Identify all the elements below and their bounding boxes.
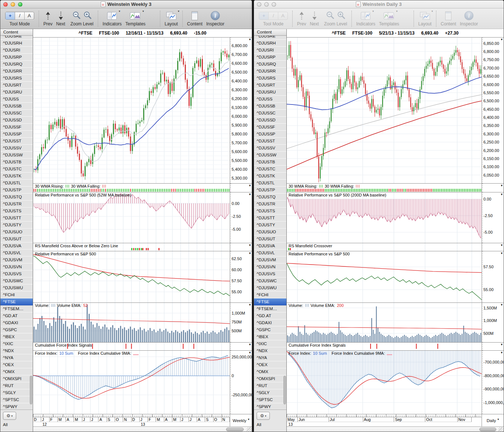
layout-button[interactable]: ▾ Layout — [418, 11, 432, 26]
price-chart-plot[interactable] — [287, 38, 482, 183]
sidebar-item[interactable]: ^DJUSSB — [0, 103, 33, 110]
indicators-button[interactable]: ▾ Indicators — [103, 11, 122, 26]
sidebar-item[interactable]: ^IBEX — [0, 333, 33, 340]
sidebar-item[interactable]: ^NYA — [254, 354, 286, 361]
sidebar-item[interactable]: ^NYA — [0, 354, 33, 361]
crosshair-tool-button[interactable]: + — [259, 12, 269, 20]
sidebar-item[interactable]: ^SGLY — [254, 389, 286, 396]
panel-menu-button[interactable]: ▾ — [501, 343, 503, 346]
templates-button[interactable]: ▾ Templates — [379, 11, 399, 26]
close-button[interactable] — [3, 2, 8, 7]
relative-performance-plot[interactable]: Relative Performance vs S&P 500 (52W MA … — [33, 192, 230, 243]
sidebar-item[interactable]: ^DJUSSD — [254, 117, 286, 124]
sidebar-item[interactable]: ^DJUSTR — [0, 201, 33, 208]
sidebar-item[interactable]: ^DJUSVM — [0, 256, 33, 263]
content-button[interactable]: Content — [441, 11, 456, 26]
panel-menu-button[interactable]: ▾ — [249, 303, 251, 307]
panel-menu-button[interactable]: ▾ — [249, 38, 251, 41]
titlebar[interactable]: Weinstein Weekly 3 — [0, 0, 252, 8]
line-tool-button[interactable]: / — [269, 12, 278, 20]
resize-grip[interactable] — [247, 427, 251, 432]
sidebar-item[interactable]: ^DJUSTQ — [0, 194, 33, 201]
sidebar-item[interactable]: ^DJUSWU — [0, 284, 33, 291]
force-index-plot[interactable]: Force Index:10 SumForce Index Cumulative… — [33, 351, 230, 414]
sidebar-item[interactable]: ^SPTSC — [254, 396, 286, 403]
sidebar-item[interactable]: ^DJUSRS — [254, 75, 286, 82]
force-index-plot[interactable]: Force Index:10 SumForce Index Cumulative… — [287, 351, 482, 414]
sidebar-item[interactable]: ^SPWY — [254, 403, 286, 410]
resize-grip[interactable] — [498, 427, 503, 432]
sidebar-item[interactable]: ^GDAXI — [0, 319, 33, 326]
sidebar-item[interactable]: ^DJUSTQ — [254, 194, 286, 201]
sidebar-scrollbar-thumb[interactable] — [30, 376, 32, 404]
panel-menu-button[interactable]: ▾ — [249, 351, 251, 354]
sidebar-item[interactable]: ^DJUSVS — [0, 270, 33, 277]
sidebar-item[interactable]: ^DJUSVN — [254, 263, 286, 270]
scrollbar-thumb[interactable] — [226, 428, 244, 431]
sidebar-item[interactable]: ^DJUSS — [0, 96, 33, 103]
sidebar-item[interactable]: ^DJUSRT — [0, 82, 33, 89]
timeframe-select[interactable]: Daily▾ — [482, 414, 504, 426]
sidebar-item[interactable]: ^DJUSRH — [0, 40, 33, 47]
sidebar-item[interactable]: ^DJUSUO — [0, 229, 33, 236]
sidebar-item[interactable]: ^DJUSRU — [254, 89, 286, 96]
inspector-button[interactable]: i Inspector — [460, 11, 478, 26]
sidebar-item[interactable]: ^DJUSS — [254, 96, 286, 103]
sidebar-item[interactable]: ^DJUSTS — [0, 208, 33, 215]
text-tool-button[interactable]: A — [25, 12, 34, 20]
sidebar-item[interactable]: ^DJUSSF — [254, 124, 286, 131]
sidebar-item[interactable]: ^OMX — [254, 368, 286, 375]
sidebar-item[interactable]: ^DJUSRI — [254, 47, 286, 54]
sidebar-item[interactable]: ^OMX — [0, 368, 33, 375]
sidebar-scrollbar-thumb[interactable] — [283, 376, 286, 404]
price-chart-plot[interactable] — [33, 38, 230, 183]
volume-plot[interactable]: Volume:Volume EMA:200 — [287, 303, 482, 342]
content-button[interactable]: Content — [187, 11, 203, 26]
sidebar-item[interactable]: ^DJUSRP — [0, 54, 33, 61]
sidebar-item[interactable]: ^DJUSSP — [0, 131, 33, 138]
sidebar-item[interactable]: ^GSPC — [254, 326, 286, 333]
sidebar-item[interactable]: ^DJUSTL — [254, 180, 286, 187]
sidebar-item[interactable]: ^FTSEM… — [0, 305, 33, 312]
sidebar-item[interactable]: ^DJUSUT — [254, 236, 286, 242]
sidebar-item[interactable]: ^DJUSSW — [254, 152, 286, 159]
sidebar-item[interactable]: ^DJUSWC — [254, 277, 286, 284]
sidebar-item[interactable]: ^DJUSRT — [254, 82, 286, 89]
next-button[interactable]: Next — [310, 11, 319, 26]
sidebar-item[interactable]: ^DJUSTY — [0, 222, 33, 229]
panel-menu-button[interactable]: ▾ — [501, 351, 503, 354]
sidebar-item[interactable]: ^IBEX — [254, 333, 286, 340]
wma-signal-strip[interactable]: 30 WMA Rising:30 WMA Falling: — [33, 184, 230, 192]
panel-menu-button[interactable]: ▾ — [501, 303, 503, 307]
panel-menu-button[interactable]: ▾ — [249, 192, 251, 196]
sidebar-item[interactable]: ^FCHI — [254, 291, 286, 298]
sidebar-item[interactable]: ^DJUSSV — [0, 145, 33, 152]
sidebar-item[interactable]: ^DJUSST — [254, 138, 286, 145]
next-button[interactable]: Next — [56, 11, 65, 26]
force-signals-strip[interactable]: Cumulative Force Index Signals — [287, 343, 482, 350]
sidebar-item[interactable]: ^DJUSVS — [254, 270, 286, 277]
relative-strength-plot[interactable]: Relative Performance vs S&P 500 — [287, 251, 482, 302]
sidebar-item[interactable]: ^DJUSWC — [0, 277, 33, 284]
sidebar-item[interactable]: ^DJUSSC — [254, 110, 286, 117]
templates-button[interactable]: ▾ Templates — [125, 11, 146, 26]
panel-menu-button[interactable]: ▾ — [249, 251, 251, 255]
inspector-button[interactable]: i Inspector — [206, 11, 224, 26]
sidebar-item[interactable]: ^DJUSRE — [0, 36, 33, 40]
sidebar-item[interactable]: ^SGLY — [0, 389, 33, 396]
zoom-in-button[interactable] — [83, 11, 92, 21]
horizontal-scrollbar[interactable] — [33, 426, 252, 432]
sidebar-item-selected[interactable]: ^FTSE — [254, 298, 286, 305]
sidebar-item[interactable]: ^DJUSTS — [254, 208, 286, 215]
panel-menu-button[interactable]: ▾ — [501, 38, 503, 41]
action-gear-button[interactable]: ⚙▾ — [3, 412, 16, 420]
sidebar-item[interactable]: ^DJUSTC — [0, 166, 33, 173]
panel-menu-button[interactable]: ▾ — [501, 243, 503, 247]
sidebar-item[interactable]: ^GD.AT — [0, 312, 33, 319]
sidebar-item[interactable]: ^DJUSST — [0, 138, 33, 145]
sidebar-item[interactable]: ^DJUSTT — [254, 215, 286, 222]
crosshair-tool-button[interactable]: + — [6, 12, 15, 20]
sidebar-item[interactable]: ^GD.AT — [254, 312, 286, 319]
zoom-window-button[interactable] — [272, 2, 276, 7]
sidebar-item[interactable]: ^SPWY — [0, 403, 33, 410]
